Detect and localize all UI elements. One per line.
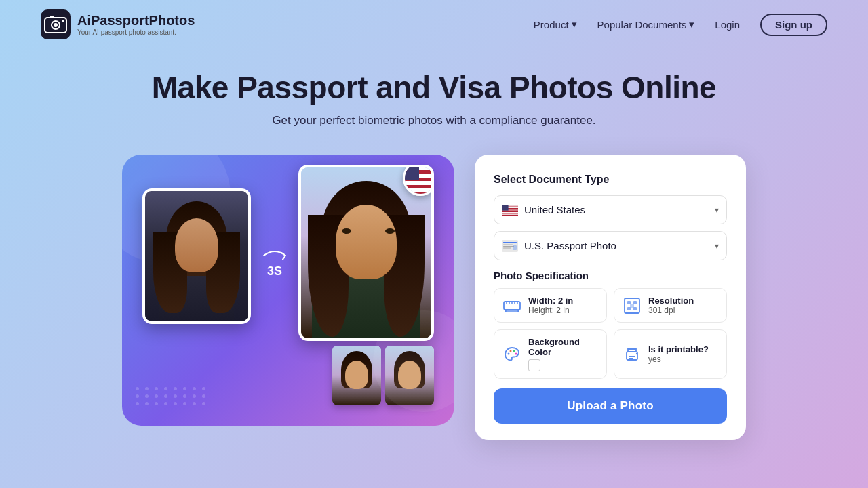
us-flag-circle <box>403 165 434 196</box>
spec-title: Photo Specification <box>494 270 727 281</box>
svg-point-38 <box>515 352 517 354</box>
svg-rect-40 <box>629 356 635 357</box>
svg-rect-30 <box>627 301 631 304</box>
nav-links: Product ▾ Popular Documents ▾ Login Sign… <box>534 14 827 36</box>
navbar: AiPassportPhotos Your AI passport photo … <box>0 0 868 49</box>
person-silhouette-left <box>145 191 248 321</box>
printable-text: Is it printable? yes <box>648 344 709 364</box>
main-photo-mockup <box>298 165 434 341</box>
width-label: Width: 2 in <box>528 296 573 306</box>
small-photo-inner-2 <box>385 346 434 405</box>
svg-rect-31 <box>633 301 637 304</box>
illustration-card: 3S <box>122 155 454 426</box>
small-photo-1 <box>332 346 381 405</box>
bg-color-swatch <box>528 359 540 371</box>
section-title: Select Document Type <box>494 174 727 186</box>
svg-point-36 <box>510 350 512 352</box>
document-select[interactable]: U.S. Passport Photo <box>494 231 727 260</box>
svg-point-35 <box>508 352 510 354</box>
resolution-label: Resolution <box>648 296 694 306</box>
signup-button[interactable]: Sign up <box>760 14 827 36</box>
small-photo-2 <box>385 346 434 405</box>
print-icon <box>623 345 642 364</box>
spec-background-color: Background Color <box>494 329 607 379</box>
height-label: Height: 2 in <box>528 306 573 315</box>
palette-icon <box>502 345 521 364</box>
nav-login[interactable]: Login <box>715 19 740 30</box>
svg-point-37 <box>513 350 515 352</box>
printable-label: Is it printable? <box>648 344 709 354</box>
upload-photo-button[interactable]: Upload a Photo <box>494 388 727 424</box>
ruler-icon <box>502 296 521 315</box>
chevron-down-icon: ▾ <box>572 18 577 30</box>
spec-printable: Is it printable? yes <box>614 329 727 379</box>
hero-subtitle: Get your perfect biometric photos with a… <box>14 114 854 127</box>
small-photos-row <box>332 346 434 405</box>
nav-product[interactable]: Product ▾ <box>534 18 577 30</box>
spec-resolution: Resolution 301 dpi <box>614 288 727 323</box>
svg-point-42 <box>636 352 637 354</box>
svg-point-5 <box>62 20 64 22</box>
flag-canton <box>405 165 419 180</box>
bg-color-label: Background Color <box>528 337 598 357</box>
svg-rect-33 <box>633 307 637 310</box>
nav-popular-docs[interactable]: Popular Documents ▾ <box>597 18 695 30</box>
spec-grid: Width: 2 in Height: 2 in Resolution 301 … <box>494 288 727 379</box>
svg-rect-34 <box>630 304 634 308</box>
before-photo-mockup <box>142 188 251 324</box>
resolution-text: Resolution 301 dpi <box>648 296 694 315</box>
bg-color-text: Background Color <box>528 337 598 371</box>
country-select-wrapper[interactable]: United States ▾ <box>494 195 727 224</box>
svg-rect-32 <box>627 307 631 310</box>
us-flag <box>405 165 434 194</box>
dots-pattern <box>136 387 208 405</box>
small-photo-inner-1 <box>332 346 381 405</box>
camera-logo-icon <box>41 9 71 39</box>
country-select[interactable]: United States <box>494 195 727 224</box>
timer-arrow: 3S <box>261 243 288 279</box>
hero-section: Make Passport and Visa Photos Online Get… <box>0 49 868 141</box>
resolution-icon <box>623 296 642 315</box>
content-row: 3S <box>0 141 868 453</box>
printable-value: yes <box>648 354 709 364</box>
logo: AiPassportPhotos Your AI passport photo … <box>41 9 195 39</box>
after-photo-container <box>298 165 434 341</box>
logo-text: AiPassportPhotos Your AI passport photo … <box>77 13 195 36</box>
spec-dimensions: Width: 2 in Height: 2 in <box>494 288 607 323</box>
resolution-value: 301 dpi <box>648 306 694 315</box>
svg-rect-41 <box>629 358 633 359</box>
svg-rect-4 <box>50 16 54 18</box>
form-card: Select Document Type United States ▾ <box>475 155 746 440</box>
logo-subtitle: Your AI passport photo assistant. <box>77 28 195 36</box>
svg-point-3 <box>54 23 58 27</box>
document-select-wrapper[interactable]: U.S. Passport Photo ▾ <box>494 231 727 260</box>
logo-title: AiPassportPhotos <box>77 13 195 28</box>
chevron-down-icon: ▾ <box>689 18 694 30</box>
hero-title: Make Passport and Visa Photos Online <box>14 69 854 106</box>
dimensions-text: Width: 2 in Height: 2 in <box>528 296 573 315</box>
